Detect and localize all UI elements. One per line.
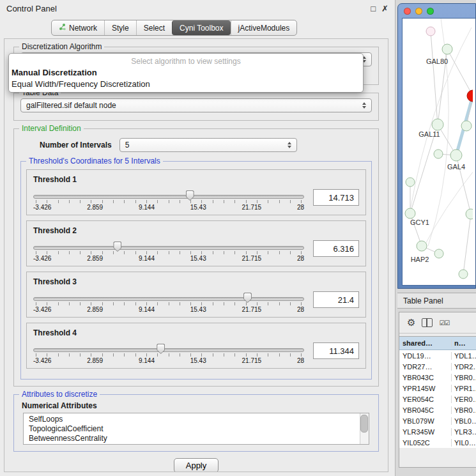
select-columns-icon[interactable]: ☑☑: [439, 319, 449, 326]
dropdown-option-manual-discretization[interactable]: Manual Discretization: [9, 68, 363, 77]
network-edge[interactable]: [447, 49, 473, 96]
slider-thumb[interactable]: [243, 293, 252, 303]
scale-tick-label: 9.144: [139, 306, 155, 313]
combo-arrows-icon: [288, 142, 291, 148]
algorithm-group-title: Discretization Algorithm: [19, 42, 104, 51]
table-panel-header[interactable]: Table Panel: [397, 293, 476, 309]
number-of-intervals-combobox[interactable]: 5: [119, 138, 297, 152]
threshold-value-field[interactable]: 21.4: [313, 291, 359, 308]
table-header-row: shared…n…: [399, 336, 476, 350]
table-row[interactable]: YIL052CYIL0…: [399, 437, 476, 448]
network-view-window[interactable]: GAL80GAL11GAL4GCY1HAP2: [397, 3, 476, 289]
slider-track[interactable]: [33, 297, 304, 301]
zoom-traffic-light[interactable]: [427, 8, 434, 15]
dropdown-placeholder-option[interactable]: Select algorithm to view settings: [9, 57, 363, 66]
numerical-attributes-list[interactable]: SelfLoopsTopologicalCoefficientBetweenne…: [23, 413, 369, 445]
network-node[interactable]: [459, 270, 468, 279]
threshold-slider[interactable]: -3.4262.8599.14415.4321.71528: [33, 342, 304, 365]
top-tab-bar: NetworkStyleSelectCyni ToolboxjActiveMod…: [51, 20, 297, 36]
tab-label: Cyni Toolbox: [180, 24, 223, 33]
attribute-list-item[interactable]: BetweennessCentrality: [29, 434, 358, 443]
network-node-hap2[interactable]: [417, 241, 427, 251]
combo-arrows-icon: [362, 102, 366, 109]
apply-button[interactable]: Apply: [174, 458, 219, 472]
table-cell: YDR27…: [399, 363, 452, 371]
slider-scale: -3.4262.8599.14415.4321.71528: [33, 357, 304, 364]
close-icon[interactable]: ✗: [381, 4, 388, 13]
network-node[interactable]: [466, 209, 473, 219]
tab-cyni-toolbox[interactable]: Cyni Toolbox: [172, 20, 230, 35]
tab-label: jActiveModules: [238, 24, 290, 33]
tab-network[interactable]: Network: [52, 20, 104, 35]
threshold-value-field[interactable]: 14.713: [313, 189, 359, 206]
scale-tick-label: 2.859: [87, 306, 103, 313]
tab-jactivemodules[interactable]: jActiveModules: [231, 20, 297, 35]
slider-track[interactable]: [33, 195, 304, 199]
window-title: Control Panel: [6, 4, 57, 13]
scale-tick-label: 15.43: [190, 255, 206, 262]
threshold-value-field[interactable]: 11.344: [313, 342, 359, 359]
minimize-traffic-light[interactable]: [415, 8, 422, 15]
scale-tick-label: 9.144: [139, 204, 155, 211]
column-header[interactable]: shared…: [399, 339, 452, 347]
slider-thumb[interactable]: [113, 242, 121, 252]
tab-select[interactable]: Select: [136, 20, 172, 35]
scale-tick-label: 21.715: [242, 255, 262, 262]
network-node-gal11[interactable]: [432, 119, 443, 130]
threshold-value-field[interactable]: 6.316: [313, 240, 359, 257]
tab-label: Style: [112, 24, 129, 33]
gear-icon[interactable]: ⚙: [407, 317, 415, 328]
interval-definition-group: Interval Definition Number of Intervals …: [13, 128, 379, 387]
slider-track[interactable]: [33, 348, 304, 352]
control-panel-titlebar: Control Panel □ ✗: [0, 0, 395, 17]
network-edge[interactable]: [463, 214, 471, 274]
network-node[interactable]: [461, 121, 472, 131]
slider-thumb[interactable]: [157, 344, 165, 354]
table-row[interactable]: YBR045CYBR0…: [399, 404, 476, 415]
scale-tick-label: 21.715: [242, 357, 262, 364]
table-row[interactable]: YLR345WYLR3…: [399, 426, 476, 437]
threshold-4-box: Threshold 4-3.4262.8599.14415.4321.71528…: [26, 323, 366, 369]
network-node-gal4[interactable]: [450, 150, 462, 161]
scale-tick-label: 28: [297, 357, 304, 364]
threshold-slider[interactable]: -3.4262.8599.14415.4321.71528: [33, 291, 304, 314]
slider-track[interactable]: [33, 246, 304, 250]
scale-tick-label: 2.859: [87, 255, 103, 262]
network-node[interactable]: [406, 178, 415, 187]
close-traffic-light[interactable]: [404, 8, 411, 15]
network-node[interactable]: [426, 27, 435, 36]
table-data-combobox[interactable]: galFiltered.sif default node: [20, 98, 372, 112]
attributes-group-title: Attributes to discretize: [19, 390, 100, 399]
list-scrollbar[interactable]: [360, 413, 369, 444]
network-canvas[interactable]: GAL80GAL11GAL4GCY1HAP2: [402, 18, 475, 286]
table-toolbar: ⚙ ☑☑: [399, 312, 476, 334]
scale-tick-label: -3.426: [33, 255, 51, 262]
table-row[interactable]: YER054CYER0…: [399, 394, 476, 404]
node-label: GAL4: [447, 163, 465, 171]
table-row[interactable]: YBR043CYBR0…: [399, 372, 476, 383]
network-node[interactable]: [467, 90, 473, 102]
table-row[interactable]: YDR27…YDR2…: [399, 361, 476, 372]
table-row[interactable]: YBL079WYBL0…: [399, 415, 476, 426]
node-label: GAL11: [418, 130, 440, 138]
network-node[interactable]: [434, 150, 443, 158]
table-row[interactable]: YDL19…YDL1…: [399, 350, 476, 361]
network-node-gcy1[interactable]: [405, 208, 415, 219]
network-node-gal80[interactable]: [442, 44, 452, 54]
attribute-list-item[interactable]: SelfLoops: [29, 415, 358, 424]
attribute-list-item[interactable]: TopologicalCoefficient: [29, 424, 358, 434]
threshold-slider[interactable]: -3.4262.8599.14415.4321.71528: [33, 189, 304, 212]
threshold-slider[interactable]: -3.4262.8599.14415.4321.71528: [33, 240, 304, 263]
columns-icon[interactable]: [422, 318, 433, 327]
threshold-label: Threshold 2: [33, 226, 359, 235]
float-window-icon[interactable]: □: [371, 4, 376, 13]
network-node[interactable]: [434, 249, 443, 258]
network-edge[interactable]: [431, 31, 438, 125]
table-row[interactable]: YPR145WYPR1…: [399, 383, 476, 394]
slider-thumb[interactable]: [186, 190, 194, 201]
node-attribute-table: shared…n…YDL19…YDL1…YDR27…YDR2…YBR043CYB…: [399, 336, 476, 448]
tab-style[interactable]: Style: [104, 20, 136, 35]
column-header[interactable]: n…: [452, 339, 476, 347]
scrollbar-thumb[interactable]: [360, 415, 368, 433]
dropdown-option-equal-width-frequency[interactable]: Equal Width/Frequency Discretization: [9, 79, 363, 89]
